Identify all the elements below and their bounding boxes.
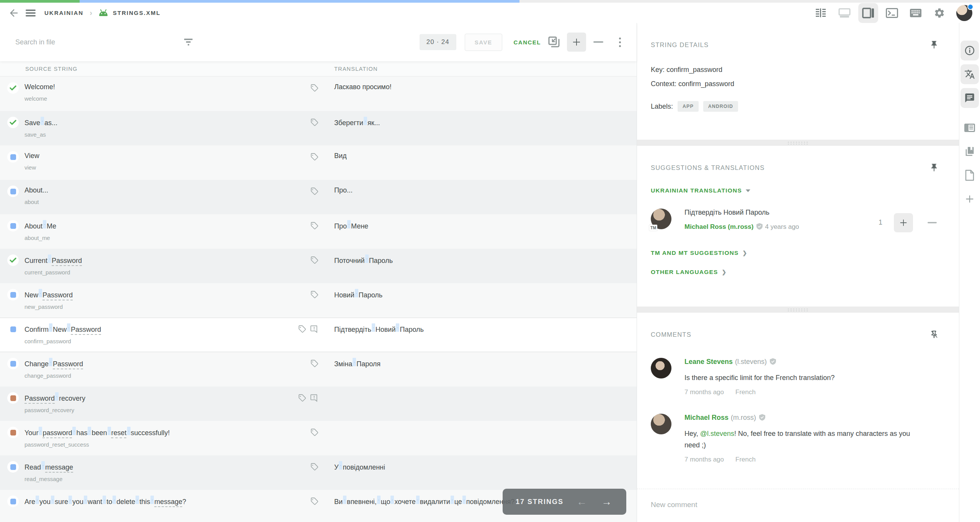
chevron-right-icon: ❯	[743, 250, 748, 256]
string-row[interactable]: About...aboutПро...	[0, 180, 637, 214]
source-string-text: Save·as...	[24, 117, 289, 127]
comment-language: French	[735, 456, 756, 463]
label-badge-app: APP	[678, 101, 699, 112]
whitespace-marker: ·	[365, 254, 369, 263]
string-key-label: change_password	[24, 372, 289, 379]
suggestions-section: SUGGESTIONS & TRANSLATIONS UKRAINIAN TRA…	[637, 146, 959, 307]
tm-mt-suggestions-link[interactable]: TM AND MT SUGGESTIONS ❯	[651, 250, 748, 256]
pin-string-details-button[interactable]	[928, 39, 940, 51]
breadcrumb-language[interactable]: UKRAINIAN	[44, 10, 83, 16]
upvote-button[interactable]	[894, 213, 913, 232]
string-row[interactable]: Change·Passwordchange_passwordЗміна·Паро…	[0, 352, 637, 387]
progress-approved-segment	[0, 0, 80, 3]
save-button[interactable]: SAVE	[465, 34, 502, 51]
strings-list-panel: 20 · 24 SAVE CANCEL SOURCE	[0, 23, 637, 522]
source-string-text: Change·Password	[24, 358, 289, 369]
minus-icon	[928, 222, 937, 224]
translate-icon	[964, 69, 975, 80]
status-translated-icon	[10, 499, 16, 504]
string-row[interactable]: New·Passwordnew_passwordНовий·Пароль	[0, 283, 637, 318]
pin-icon	[929, 163, 939, 172]
rail-terms-button[interactable]	[960, 118, 979, 138]
string-key-label: password_reset_success	[24, 441, 289, 448]
approved-check-icon	[10, 85, 16, 91]
comment-author-link[interactable]: Michael Ross	[684, 414, 728, 421]
labels-caption: Labels:	[651, 103, 673, 111]
whitespace-marker: ·	[372, 323, 375, 332]
string-row[interactable]: Current·Passwordcurrent_passwordПоточний…	[0, 249, 637, 283]
filter-button[interactable]	[180, 34, 197, 51]
status-untranslated-icon	[10, 430, 16, 436]
comment-author-link[interactable]: Leane Stevens	[684, 358, 733, 365]
keyboard-shortcuts-button[interactable]	[906, 3, 926, 23]
rail-string-details-button[interactable]	[960, 41, 979, 60]
suggestion-item[interactable]: TM Підтвердіть Новий Пароль Michael Ross…	[651, 209, 940, 233]
glossary-term: Password	[24, 395, 55, 402]
copy-source-button[interactable]	[546, 34, 562, 51]
other-languages-link[interactable]: OTHER LANGUAGES ❯	[651, 269, 727, 276]
string-row[interactable]: Read·messageread_messageУ·повідомленні	[0, 455, 637, 490]
header-actions	[811, 3, 975, 23]
breadcrumb-file[interactable]: STRINGS.XML	[113, 10, 161, 16]
strings-count-pill: 17 STRINGS ← →	[503, 489, 626, 515]
string-row[interactable]: Save·as...save_asЗберегти·як...	[0, 111, 637, 145]
next-page-button[interactable]: →	[600, 497, 613, 507]
whitespace-marker: ·	[39, 289, 42, 297]
status-translated-icon	[10, 154, 16, 160]
comment-item: Michael Ross(m.ross)Hey, @l.stevens! No,…	[651, 414, 940, 463]
translations-group-dropdown[interactable]: UKRAINIAN TRANSLATIONS	[651, 187, 750, 194]
console-button[interactable]	[882, 3, 902, 23]
add-string-button[interactable]	[567, 33, 586, 52]
remove-string-button[interactable]	[590, 34, 607, 51]
user-avatar[interactable]	[956, 5, 972, 21]
rail-comments-button[interactable]	[960, 88, 979, 108]
hamburger-icon	[25, 8, 36, 18]
whitespace-marker: ·	[451, 496, 454, 504]
string-key-label: read_message	[24, 476, 289, 482]
tag-icon	[310, 497, 318, 506]
mention-link[interactable]: @l.stevens	[700, 430, 734, 437]
status-translated-icon	[10, 464, 16, 470]
translation-text: У·повідомленні	[334, 461, 637, 472]
rail-file-context-button[interactable]	[960, 165, 979, 185]
panel-resizer[interactable]	[637, 140, 959, 146]
string-row[interactable]: ViewviewВид	[0, 145, 637, 180]
string-row[interactable]: About·Meabout_meПро·Мене	[0, 214, 637, 249]
new-comment-input[interactable]	[637, 489, 959, 522]
string-row[interactable]: Confirm·New·Passwordconfirm_passwordПідт…	[0, 318, 637, 352]
string-row[interactable]: Your·password·has·been·reset·successfull…	[0, 421, 637, 455]
more-options-button[interactable]	[612, 34, 627, 51]
downvote-button[interactable]	[924, 215, 940, 230]
source-string-text: Your·password·has·been·reset·successfull…	[24, 427, 289, 437]
right-panel-view-button[interactable]	[858, 3, 878, 23]
search-input[interactable]	[15, 38, 180, 46]
string-key-label: new_password	[24, 303, 289, 310]
suggestion-author-link[interactable]: Michael Ross (m.ross)	[684, 223, 753, 230]
bottom-panel-icon	[838, 8, 851, 18]
bottom-panel-view-button[interactable]	[835, 3, 854, 23]
back-button[interactable]	[5, 5, 22, 21]
rail-suggestions-button[interactable]	[960, 64, 979, 84]
source-string-text: About·Me	[24, 220, 289, 231]
settings-button[interactable]	[929, 3, 949, 23]
rail-translation-memory-button[interactable]	[960, 142, 979, 161]
string-row[interactable]: Password·recoverypassword_recovery	[0, 387, 637, 421]
whitespace-marker: ·	[67, 323, 70, 332]
previous-page-button[interactable]: ←	[575, 497, 588, 507]
whitespace-marker: ·	[377, 496, 381, 504]
menu-button[interactable]	[22, 5, 39, 21]
panel-resizer[interactable]	[637, 307, 959, 313]
arrow-left-icon	[8, 7, 20, 19]
tag-icon	[310, 428, 318, 437]
whitespace-marker: ·	[49, 323, 52, 332]
chevron-right-icon: ›	[90, 8, 92, 17]
string-key-label: about_me	[24, 235, 289, 241]
rail-add-panel-button[interactable]	[960, 189, 979, 209]
cancel-button[interactable]: CANCEL	[509, 34, 546, 51]
string-row[interactable]: Welcome!welcomeЛаскаво просимо!	[0, 77, 637, 111]
unpin-comments-button[interactable]	[928, 329, 940, 340]
list-toolbar: 20 · 24 SAVE CANCEL	[0, 23, 637, 61]
glossary-term: reset	[111, 429, 127, 437]
pin-suggestions-button[interactable]	[928, 162, 940, 173]
side-by-side-view-button[interactable]	[811, 3, 831, 23]
